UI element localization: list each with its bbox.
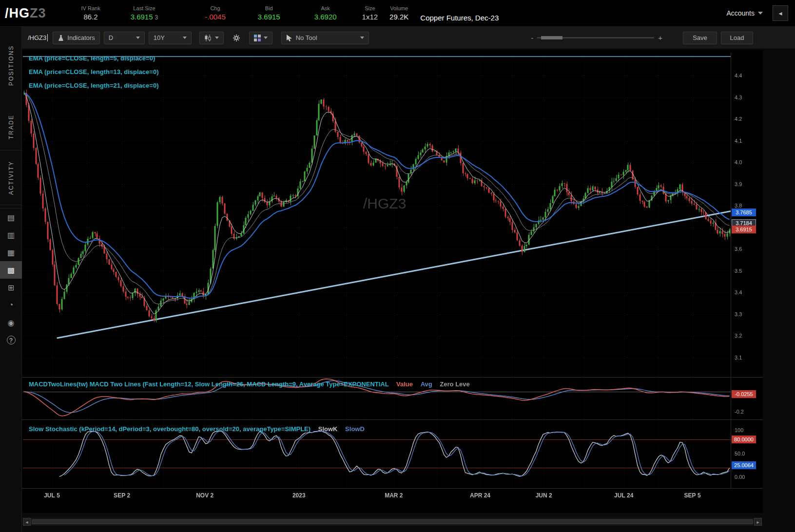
chart-scrollbar: ◂ ▸	[23, 518, 762, 526]
scrollbar-thumb[interactable]	[32, 519, 753, 524]
timeframe-dropdown[interactable]: D	[104, 32, 145, 44]
zoom-in-button[interactable]: +	[658, 34, 662, 42]
save-button[interactable]: Save	[683, 32, 717, 44]
orders-icon[interactable]: ▥	[0, 226, 22, 244]
load-button[interactable]: Load	[721, 32, 753, 44]
zoom-slider-thumb[interactable]	[541, 36, 562, 39]
history-icon[interactable]: ◔	[0, 296, 22, 314]
cursor-icon	[286, 35, 292, 41]
size-field: Size 1x12	[362, 5, 378, 21]
candlestick-icon	[204, 35, 212, 41]
sidebar-tab-trade[interactable]: TRADE	[0, 104, 22, 151]
sidebar-tab-positions[interactable]: POSITIONS	[0, 27, 22, 104]
chart-icon[interactable]: ▦	[0, 244, 22, 261]
collapse-panel-button[interactable]: ◂	[773, 5, 788, 21]
chevron-down-icon	[758, 12, 763, 15]
bid-field: Bid 3.6915	[258, 5, 280, 21]
sidebar-tab-activity[interactable]: ACTIVITY	[0, 151, 22, 205]
drawing-set-button[interactable]	[249, 32, 272, 44]
active-chart-icon[interactable]: ▩	[0, 261, 22, 279]
scroll-right-button[interactable]: ▸	[754, 518, 762, 526]
gear-icon	[233, 34, 240, 42]
iv-rank-field: IV Rank 86.2	[81, 5, 100, 21]
symbol-title: /HGZ3	[5, 6, 46, 21]
chevron-down-icon	[264, 37, 268, 39]
chart-type-button[interactable]	[199, 32, 224, 44]
pattern-grid-icon	[254, 35, 261, 41]
chart-widget: /HGZ3 Indicators D 10Y No Tool	[22, 27, 795, 532]
dashboard-icon[interactable]: ⊞	[0, 279, 22, 296]
chevron-down-icon	[136, 37, 140, 39]
contract-description: Copper Futures, Dec-23	[420, 14, 499, 26]
accounts-dropdown[interactable]: Accounts	[726, 9, 763, 17]
symbol-suffix: Z3	[30, 6, 46, 20]
chart-settings-button[interactable]	[228, 32, 245, 44]
indicators-button[interactable]: Indicators	[53, 32, 99, 44]
chevron-down-icon	[183, 37, 187, 39]
help-icon[interactable]: ?	[0, 331, 22, 349]
chevron-down-icon	[215, 37, 219, 39]
zoom-out-button[interactable]: -	[531, 34, 533, 42]
chg-field: Chg -.0045	[205, 5, 226, 21]
chevron-down-icon	[360, 37, 364, 39]
header: /HGZ3 IV Rank 86.2 Last Size 3.69153 Chg…	[0, 0, 795, 27]
symbol-input[interactable]: /HGZ3	[28, 34, 48, 41]
range-dropdown[interactable]: 10Y	[149, 32, 192, 44]
flask-icon	[58, 35, 64, 41]
collapse-arrow-icon: ◂	[778, 9, 782, 17]
zoom-slider[interactable]	[537, 37, 654, 38]
ask-field: Ask 3.6920	[314, 5, 337, 21]
price-chart-canvas[interactable]	[22, 50, 763, 513]
scroll-left-button[interactable]: ◂	[23, 518, 31, 526]
volume-field: Volume 29.2K	[389, 5, 408, 21]
left-sidebar: POSITIONS TRADE ACTIVITY ▤ ▥ ▦ ▩ ⊞ ◔ ◉ ?	[0, 27, 22, 532]
chart-toolbar: /HGZ3 Indicators D 10Y No Tool	[22, 27, 795, 49]
no-tool-dropdown[interactable]: No Tool	[281, 32, 369, 44]
zoom-control: - +	[531, 34, 662, 42]
last-size-field: Last Size 3.69153	[131, 5, 158, 21]
text-caret	[47, 34, 48, 41]
sidebar-icon-column: ▤ ▥ ▦ ▩ ⊞ ◔ ◉ ?	[0, 208, 21, 349]
share-icon[interactable]: ◉	[0, 314, 22, 331]
news-icon[interactable]: ▤	[0, 209, 22, 226]
